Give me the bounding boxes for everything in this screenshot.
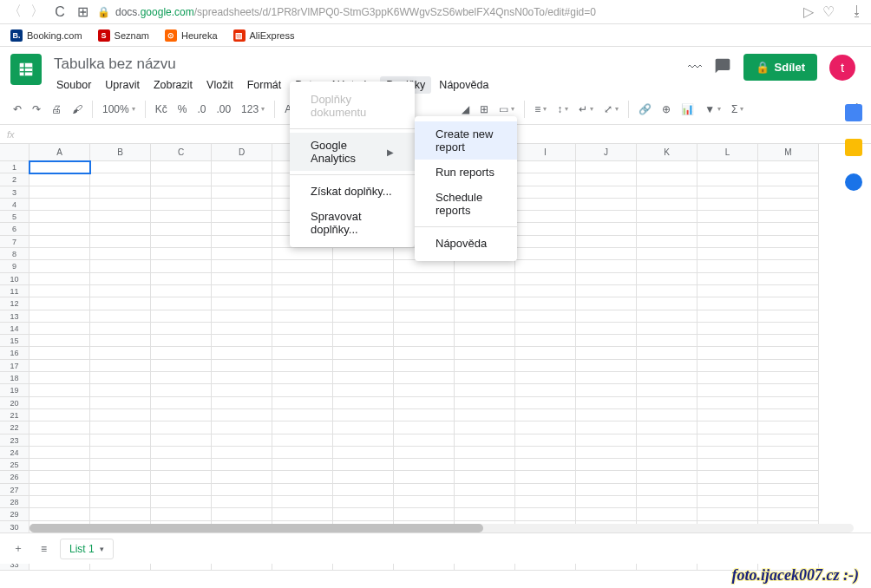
cell[interactable] [515,360,576,372]
cell[interactable] [29,360,90,372]
cell[interactable] [455,484,515,496]
cell[interactable] [697,372,758,384]
cell[interactable] [515,173,576,186]
cell[interactable] [212,471,272,483]
cell[interactable] [515,248,576,260]
cell[interactable] [697,421,758,434]
cell[interactable] [212,223,272,235]
cell[interactable] [333,260,394,272]
calendar-icon[interactable] [845,104,862,121]
cell[interactable] [637,421,697,434]
share-button[interactable]: 🔒 Sdílet [743,54,817,81]
cell[interactable] [272,397,333,409]
cell[interactable] [272,323,333,335]
undo-button[interactable]: ↶ [9,100,26,119]
cell[interactable] [697,248,758,260]
cell[interactable] [455,360,515,372]
cell[interactable] [272,484,333,496]
cell[interactable] [515,310,576,323]
cell[interactable] [576,273,637,285]
cell[interactable] [758,409,819,421]
cell[interactable] [212,372,272,384]
cell[interactable] [515,199,576,211]
cell[interactable] [697,496,758,508]
cell[interactable] [333,397,394,409]
cell[interactable] [212,248,272,260]
cell[interactable] [272,360,333,372]
cell[interactable] [333,508,394,520]
cell[interactable] [455,471,515,483]
cell[interactable] [151,397,212,409]
cell[interactable] [455,347,515,359]
cell[interactable] [29,347,90,359]
cell[interactable] [90,409,151,421]
cell[interactable] [272,421,333,434]
cell[interactable] [212,421,272,434]
cell[interactable] [455,372,515,384]
row-header[interactable]: 22 [0,421,29,434]
cell[interactable] [90,273,151,285]
cell[interactable] [29,248,90,260]
cell[interactable] [151,335,212,347]
cell[interactable] [515,384,576,396]
increase-decimal-button[interactable]: .00 [212,100,235,119]
cell[interactable] [576,223,637,235]
cell[interactable] [90,285,151,297]
cell[interactable] [697,161,758,173]
cell[interactable] [333,297,394,310]
link-button[interactable]: 🔗 [634,100,656,119]
cell[interactable] [29,397,90,409]
cell[interactable] [394,372,455,384]
cell[interactable] [697,434,758,447]
cell[interactable] [90,496,151,508]
cell[interactable] [29,297,90,310]
cell[interactable] [515,471,576,483]
cell[interactable] [151,372,212,384]
cell[interactable] [697,173,758,186]
cell[interactable] [90,434,151,447]
cell[interactable] [758,211,819,223]
cell[interactable] [272,459,333,471]
cell[interactable] [151,248,212,260]
menu-upravit[interactable]: Upravit [99,76,146,94]
row-header[interactable]: 16 [0,347,29,359]
cell[interactable] [455,409,515,421]
cell[interactable] [151,173,212,186]
cell[interactable] [29,421,90,434]
cell[interactable] [151,297,212,310]
cell[interactable] [758,223,819,235]
cell[interactable] [758,161,819,173]
cell[interactable] [394,484,455,496]
row-header[interactable]: 4 [0,199,29,211]
cell[interactable] [90,260,151,272]
cell[interactable] [90,360,151,372]
menu-item[interactable]: Schedule reports [415,185,517,223]
cell[interactable] [394,360,455,372]
cell[interactable] [394,260,455,272]
cell[interactable] [151,285,212,297]
row-header[interactable]: 10 [0,273,29,285]
cell[interactable] [90,347,151,359]
cell[interactable] [758,508,819,520]
cell[interactable] [272,248,333,260]
column-header[interactable]: L [697,144,758,161]
cell[interactable] [758,384,819,396]
column-header[interactable]: M [758,144,819,161]
cell[interactable] [697,384,758,396]
cell[interactable] [333,347,394,359]
cell[interactable] [637,297,697,310]
cell[interactable] [29,471,90,483]
cell[interactable] [455,421,515,434]
menu-soubor[interactable]: Soubor [50,76,97,94]
functions-button[interactable]: Σ [727,100,748,119]
cell[interactable] [90,173,151,186]
menu-item[interactable]: Spravovat doplňky... [290,204,415,242]
cell[interactable] [637,496,697,508]
cell[interactable] [394,508,455,520]
cell[interactable] [212,447,272,459]
cell[interactable] [637,360,697,372]
cell[interactable] [333,335,394,347]
cell[interactable] [90,161,151,173]
row-header[interactable]: 25 [0,459,29,471]
bookmark-item[interactable]: B.Booking.com [10,29,82,42]
